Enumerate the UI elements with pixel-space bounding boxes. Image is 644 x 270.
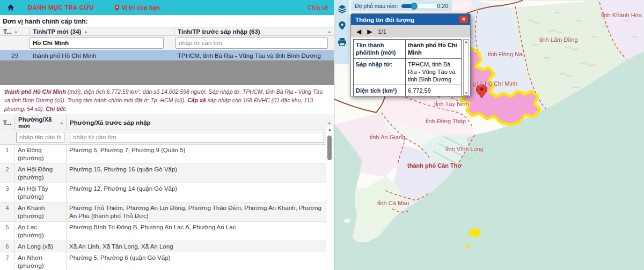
popup-title: Thông tin đối tượng	[355, 17, 414, 23]
map-panel[interactable]: tỉnh Khánh Hòatỉnh Lâm Đồngtỉnh Đồng Nai…	[334, 0, 644, 270]
layers-icon	[337, 4, 347, 14]
popup-body: Tên thành phố/tỉnh (mới)thành phố Hồ Chí…	[351, 38, 470, 96]
printer-icon	[337, 37, 347, 47]
province-filter-row	[0, 36, 334, 50]
next-arrow-icon[interactable]: ▶	[367, 28, 372, 35]
province-table-header: T...▴ Tỉnh/TP mới (34)▴ Tỉnh/TP trước sá…	[0, 27, 334, 36]
sort-arrow-icon: ▴	[60, 120, 63, 125]
empty-table-area	[0, 61, 334, 85]
islet	[344, 219, 350, 223]
lookup-panel: DANH MỤC TRA CỨU Vị trí của bạn Chia sẻ …	[0, 0, 334, 270]
scrollbar-thumb[interactable]	[327, 136, 332, 160]
ward-filter-row	[0, 130, 334, 145]
print-button[interactable]	[336, 36, 348, 48]
location-pin-icon	[338, 20, 347, 31]
opacity-value: 0.20	[437, 3, 448, 9]
opacity-slider[interactable]	[401, 4, 437, 8]
home-icon	[6, 3, 15, 12]
feature-info-popup: Thông tin đối tượng ✕ ◀ ▶ 1/1 Tên thành …	[350, 13, 471, 96]
share-button[interactable]: Chia sẻ	[308, 4, 328, 11]
province-row-selected[interactable]: 29 thành phố Hồ Chí Minh TPHCM, tỉnh Bà …	[0, 50, 334, 61]
popup-table: Tên thành phố/tỉnh (mới)thành phố Hồ Chí…	[353, 39, 462, 96]
nav-item-your-location[interactable]: Vị trí của bạn	[114, 4, 160, 11]
prev-arrow-icon[interactable]: ◀	[356, 28, 361, 35]
close-button[interactable]: ✕	[459, 16, 468, 23]
table-row[interactable]: 1An Đông (phường)Phường 5, Phường 7, Phư…	[0, 145, 326, 164]
location-pin-icon	[114, 4, 120, 11]
table-row[interactable]: 6An Long (xã)Xã An Linh, Xã Tân Long, Xã…	[0, 241, 326, 252]
scroll-up-icon[interactable]: ▲	[326, 126, 333, 133]
layers-button[interactable]	[336, 3, 348, 14]
column-header-id[interactable]: T...▴	[0, 27, 30, 35]
province-new-filter-input[interactable]	[30, 38, 164, 49]
popup-pagination: ◀ ▶ 1/1	[351, 25, 470, 38]
opacity-control: Độ phủ màu nền: 0.20	[351, 1, 452, 11]
popup-row: Diện tích (km²)6.772,59	[354, 85, 461, 96]
sort-arrow-icon: ▴	[328, 29, 331, 34]
ward-new-filter-input[interactable]	[16, 132, 64, 143]
island-small-highlight[interactable]	[466, 245, 470, 248]
home-button[interactable]	[6, 3, 15, 12]
my-location-button[interactable]	[336, 19, 348, 31]
table-row[interactable]: 2An Hội Đông (phường)Phường 15, Phường 1…	[0, 164, 326, 183]
top-navbar: DANH MỤC TRA CỨU Vị trí của bạn Chia sẻ	[0, 0, 334, 15]
province-old-filter-input[interactable]	[175, 38, 328, 49]
province-section-title: Đơn vị hành chính cấp tỉnh:	[0, 15, 334, 27]
page-indicator: 1/1	[378, 28, 386, 35]
slider-handle[interactable]	[411, 3, 418, 10]
close-icon: ✕	[462, 17, 466, 22]
ward-table-header: T... Phường/Xã mới▴ Phường/Xã trước sáp …	[0, 115, 334, 130]
sort-arrow-icon: ▴	[14, 29, 17, 34]
ward-old-filter-input[interactable]	[70, 132, 324, 143]
popup-header[interactable]: Thông tin đối tượng ✕	[351, 14, 470, 25]
popup-row: Tên thành phố/tỉnh (mới)thành phố Hồ Chí…	[354, 40, 461, 59]
column-header-ward-id[interactable]: T...	[0, 115, 15, 130]
table-row[interactable]: 3An Hội Tây (phường)Phường 12, Phường 14…	[0, 183, 326, 202]
opacity-label: Độ phủ màu nền:	[355, 3, 398, 9]
table-row[interactable]: 7An Nhơn (phường)Phường 5, Phường 6 (quậ…	[0, 252, 326, 270]
column-header-old-province[interactable]: Tỉnh/TP trước sáp nhập (63)▴	[174, 27, 334, 35]
map-toolbar	[335, 0, 349, 64]
table-row[interactable]: 4An Khánh (phường)Phường Thủ Thiêm, Phườ…	[0, 202, 326, 222]
summary-text: thành phố Hồ Chí Minh (mới): diện tích 6…	[0, 85, 334, 115]
column-header-new-province[interactable]: Tỉnh/TP mới (34)▴	[30, 27, 174, 35]
popup-scrollbar[interactable]: ▲ ▼	[463, 39, 469, 96]
app-root: DANH MỤC TRA CỨU Vị trí của bạn Chia sẻ …	[0, 0, 644, 270]
island-con-dao-highlight[interactable]	[470, 229, 480, 236]
nav-item-danh-muc-tra-cuu[interactable]: DANH MỤC TRA CỨU	[28, 4, 94, 11]
scroll-down-icon[interactable]: ▼	[464, 92, 469, 95]
sort-arrow-icon: ▴	[84, 29, 87, 34]
sort-arrow-icon: ▴	[328, 120, 331, 125]
popup-row: Sáp nhập từ:TPHCM, tỉnh Bà Rịa - Vũng Tà…	[354, 59, 461, 86]
column-header-old-ward[interactable]: Phường/Xã trước sáp nhập▴	[67, 115, 334, 130]
scroll-up-icon[interactable]: ▲	[464, 40, 469, 43]
ward-table-scrollbar[interactable]: ▲	[326, 126, 333, 270]
table-row[interactable]: 5An Lạc (phường)Phường Bình Trị Đông B, …	[0, 222, 326, 241]
column-header-new-ward[interactable]: Phường/Xã mới▴	[15, 115, 67, 130]
ward-table-body: 1An Đông (phường)Phường 5, Phường 7, Phư…	[0, 145, 326, 270]
